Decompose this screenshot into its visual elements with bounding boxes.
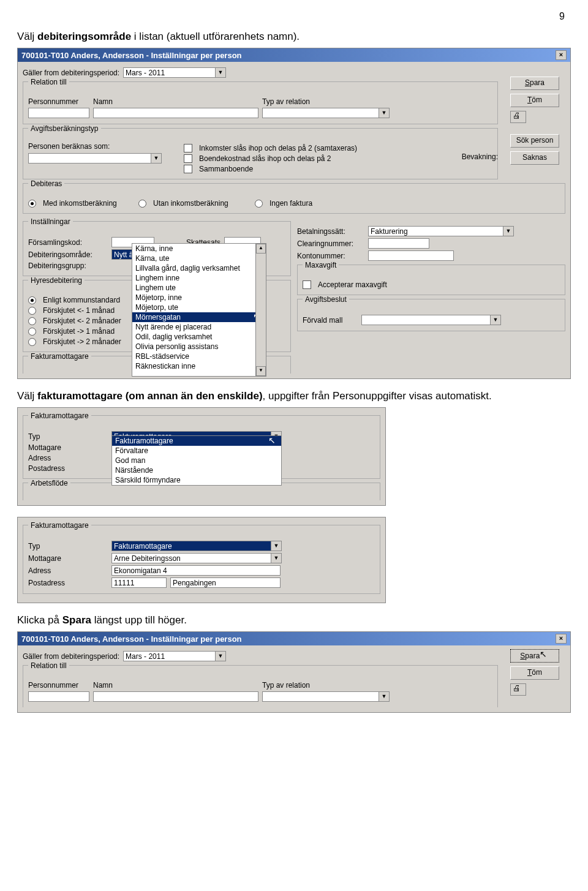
close-icon[interactable]: × <box>556 634 567 644</box>
dialog-settings-bottom: 700101-T010 Anders, Andersson - Inställn… <box>17 631 571 713</box>
galler-combo[interactable]: Mars - 2011 ▼ <box>123 67 226 78</box>
radio[interactable] <box>28 338 36 346</box>
instruction-2: Välj fakturamottagare (om annan än den e… <box>17 390 571 402</box>
radio[interactable] <box>255 200 263 208</box>
text: i listan (aktuell utförarenhets namn). <box>131 31 300 42</box>
label: Utan inkomstberäkning <box>153 199 251 208</box>
list-item[interactable]: Olivia personlig assistans <box>132 342 266 352</box>
label: Debiteringsområde: <box>28 250 108 259</box>
text: Fakturamottagare <box>115 437 173 445</box>
label: Adress <box>28 566 108 575</box>
typrel-combo[interactable]: ▼ <box>262 691 390 702</box>
fakturamottagare-panel-open: Fakturamottagare Typ Fakturamottagare▼ M… <box>17 407 386 506</box>
list-item[interactable]: Möjetorp, ute <box>132 303 266 312</box>
list-item[interactable]: Lillvalla gård, daglig verksamhet <box>132 263 266 273</box>
clear-button[interactable]: Töm <box>510 666 559 680</box>
group-installningar: Inställningar <box>28 217 73 226</box>
list-item[interactable]: Närstående <box>112 465 281 475</box>
label: Mottagare <box>28 443 108 452</box>
debomr-list[interactable]: Kärna, inne Kärna, ute Lillvalla gård, d… <box>132 243 266 377</box>
save-button[interactable]: Spara ↖ <box>510 649 559 663</box>
chevron-down-icon[interactable]: ▼ <box>490 315 501 325</box>
group-fakturamottagare: Fakturamottagare <box>28 352 91 361</box>
save-button[interactable]: Spara <box>510 77 559 90</box>
list-item[interactable]: Odil, daglig verksamhet <box>132 332 266 342</box>
list-item[interactable]: Kärna, ute <box>132 254 266 263</box>
radio[interactable] <box>28 317 36 325</box>
list-item[interactable]: Räknestickan inne <box>132 361 266 371</box>
namn-field[interactable] <box>93 691 258 702</box>
label: Med inkomstberäkning <box>43 199 135 208</box>
label: Förvald mall <box>303 316 358 325</box>
galler-label: Gäller from debiteringsperiod: <box>23 652 119 661</box>
mottagare-combo[interactable]: Arne Debiteringsson▼ <box>111 553 282 563</box>
scroll-up-icon[interactable]: ▲ <box>256 244 266 254</box>
konto-field[interactable] <box>368 250 454 261</box>
betal-combo[interactable]: Fakturering▼ <box>368 226 514 236</box>
chevron-down-icon[interactable]: ▼ <box>215 67 226 78</box>
chevron-down-icon[interactable]: ▼ <box>151 153 162 164</box>
label: Boendekostnad slås ihop och delas på 2 <box>199 154 331 163</box>
typrel-combo[interactable]: ▼ <box>262 108 390 118</box>
postnr-field[interactable]: 11111 <box>111 577 167 588</box>
radio[interactable] <box>28 328 36 336</box>
personnummer-field[interactable] <box>28 108 89 118</box>
ort-field[interactable]: Pengabingen <box>170 577 281 588</box>
label: Clearingnummer: <box>297 239 364 248</box>
forvald-combo[interactable]: ▼ <box>361 315 501 325</box>
scroll-down-icon[interactable]: ▼ <box>256 366 266 376</box>
checkbox[interactable] <box>303 280 311 289</box>
text: debiteringsområde <box>37 31 131 42</box>
print-icon[interactable] <box>510 683 526 696</box>
checkbox[interactable] <box>184 165 192 173</box>
personnummer-field[interactable] <box>28 691 89 702</box>
list-item[interactable]: God man <box>112 456 281 465</box>
window-title: 700101-T010 Anders, Andersson - Inställn… <box>21 51 242 60</box>
clearing-field[interactable] <box>368 238 429 249</box>
saknas-button[interactable]: Saknas <box>510 151 559 165</box>
checkbox[interactable] <box>184 144 192 152</box>
namn-field[interactable] <box>93 108 258 118</box>
chevron-down-icon[interactable]: ▼ <box>271 553 282 563</box>
list-item-selected[interactable]: Fakturamottagare↖ <box>112 436 281 446</box>
group-relation: Relation till <box>28 78 69 86</box>
list-item[interactable]: RBL-städservice <box>132 352 266 361</box>
radio[interactable] <box>28 200 36 208</box>
list-item[interactable]: Förvaltare <box>112 446 281 456</box>
list-item[interactable]: Linghem ute <box>132 283 266 293</box>
label: Sammanboende <box>199 165 253 173</box>
list-item[interactable]: Särskild förmyndare <box>112 475 281 485</box>
label: Typ av relation <box>262 681 310 690</box>
checkbox[interactable] <box>184 154 192 163</box>
label: Betalningssätt: <box>297 227 364 236</box>
list-item[interactable]: Möjetorp, inne <box>132 293 266 303</box>
list-item-selected[interactable]: Mörnersgatan ↖ <box>132 312 266 322</box>
print-icon[interactable] <box>510 111 526 123</box>
chevron-down-icon[interactable]: ▼ <box>503 226 514 236</box>
label: Namn <box>93 681 258 690</box>
adress-field[interactable]: Ekonomigatan 4 <box>111 565 281 576</box>
chevron-down-icon[interactable]: ▼ <box>215 651 226 661</box>
sok-person-button[interactable]: Sök person <box>510 134 559 148</box>
list-item[interactable]: Nytt ärende ej placerad <box>132 322 266 332</box>
clear-button[interactable]: Töm <box>510 94 559 107</box>
close-icon[interactable]: × <box>556 50 567 60</box>
galler-combo[interactable]: Mars - 2011 ▼ <box>123 651 226 661</box>
list-item[interactable]: Linghem inne <box>132 273 266 283</box>
list-item[interactable]: Kärna, inne <box>132 244 266 254</box>
galler-value: Mars - 2011 <box>123 67 215 78</box>
chevron-down-icon[interactable]: ▼ <box>379 108 390 118</box>
scrollbar[interactable]: ▲ ▼ <box>255 244 266 376</box>
radio[interactable] <box>28 307 36 315</box>
label: Personen beräknas som: <box>28 142 175 151</box>
chevron-down-icon[interactable]: ▼ <box>271 541 282 551</box>
typ-combo[interactable]: Fakturamottagare▼ <box>111 541 282 551</box>
typ-list[interactable]: Fakturamottagare↖ Förvaltare God man När… <box>111 435 282 486</box>
chevron-down-icon[interactable]: ▼ <box>379 691 390 702</box>
mottagare-value: Arne Debiteringsson <box>111 553 271 563</box>
group-hyres: Hyresdebitering <box>28 276 85 285</box>
text: Mörnersgatan <box>135 313 181 321</box>
radio[interactable] <box>28 296 36 304</box>
radio[interactable] <box>138 200 146 208</box>
personber-combo[interactable]: ▼ <box>28 153 162 164</box>
